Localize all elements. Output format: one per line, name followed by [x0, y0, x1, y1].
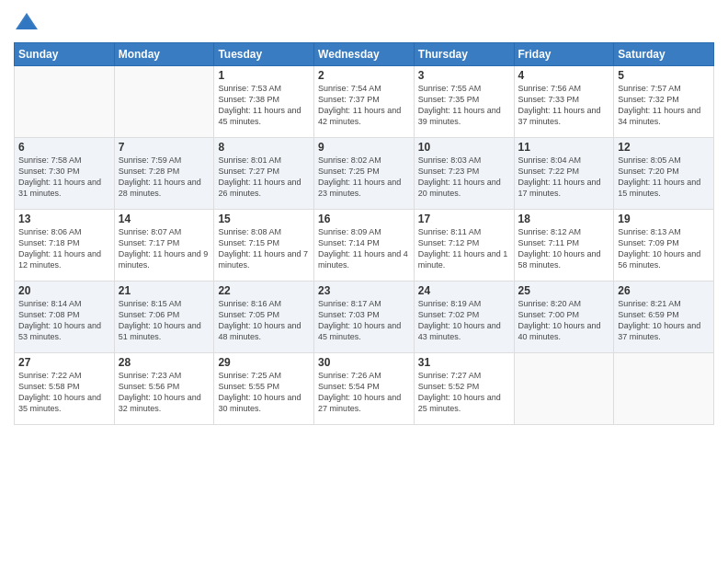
calendar-cell: 10Sunrise: 8:03 AM Sunset: 7:23 PM Dayli… — [414, 138, 514, 210]
calendar-cell: 14Sunrise: 8:07 AM Sunset: 7:17 PM Dayli… — [114, 210, 214, 282]
day-number: 17 — [418, 213, 510, 225]
calendar-cell — [514, 353, 614, 425]
day-info: Sunrise: 8:06 AM Sunset: 7:18 PM Dayligh… — [18, 226, 110, 271]
calendar-cell: 21Sunrise: 8:15 AM Sunset: 7:06 PM Dayli… — [114, 282, 214, 353]
header — [14, 9, 714, 35]
calendar-cell: 11Sunrise: 8:04 AM Sunset: 7:22 PM Dayli… — [514, 138, 614, 210]
day-info: Sunrise: 8:11 AM Sunset: 7:12 PM Dayligh… — [418, 226, 510, 271]
day-number: 28 — [119, 356, 210, 369]
weekday-monday: Monday — [114, 43, 214, 66]
day-number: 12 — [618, 141, 710, 154]
weekday-header-row: SundayMondayTuesdayWednesdayThursdayFrid… — [15, 43, 714, 66]
day-info: Sunrise: 8:21 AM Sunset: 6:59 PM Dayligh… — [618, 298, 710, 343]
day-info: Sunrise: 8:01 AM Sunset: 7:27 PM Dayligh… — [218, 155, 310, 200]
calendar-cell: 29Sunrise: 7:25 AM Sunset: 5:55 PM Dayli… — [214, 353, 314, 425]
day-number: 21 — [119, 284, 210, 297]
calendar-cell: 5Sunrise: 7:57 AM Sunset: 7:32 PM Daylig… — [614, 66, 714, 138]
weekday-saturday: Saturday — [614, 43, 714, 66]
week-row-1: 1Sunrise: 7:53 AM Sunset: 7:38 PM Daylig… — [15, 66, 714, 138]
day-info: Sunrise: 7:57 AM Sunset: 7:32 PM Dayligh… — [618, 83, 710, 128]
day-info: Sunrise: 8:05 AM Sunset: 7:20 PM Dayligh… — [618, 155, 710, 200]
day-number: 31 — [418, 356, 510, 369]
day-info: Sunrise: 8:19 AM Sunset: 7:02 PM Dayligh… — [418, 298, 510, 343]
day-number: 26 — [618, 284, 710, 297]
day-number: 24 — [418, 284, 510, 297]
day-number: 13 — [18, 213, 110, 225]
day-number: 2 — [318, 69, 410, 82]
week-row-5: 27Sunrise: 7:22 AM Sunset: 5:58 PM Dayli… — [15, 353, 714, 425]
weekday-friday: Friday — [514, 43, 614, 66]
week-row-4: 20Sunrise: 8:14 AM Sunset: 7:08 PM Dayli… — [15, 282, 714, 353]
day-info: Sunrise: 8:02 AM Sunset: 7:25 PM Dayligh… — [318, 155, 410, 200]
day-number: 9 — [318, 141, 410, 154]
calendar-cell: 20Sunrise: 8:14 AM Sunset: 7:08 PM Dayli… — [15, 282, 115, 353]
day-number: 16 — [318, 213, 410, 225]
day-number: 19 — [618, 213, 710, 225]
day-number: 11 — [518, 141, 610, 154]
calendar-cell — [114, 66, 214, 138]
day-number: 3 — [418, 69, 510, 82]
day-info: Sunrise: 8:15 AM Sunset: 7:06 PM Dayligh… — [119, 298, 210, 343]
calendar-cell: 1Sunrise: 7:53 AM Sunset: 7:38 PM Daylig… — [214, 66, 314, 138]
calendar-cell: 4Sunrise: 7:56 AM Sunset: 7:33 PM Daylig… — [514, 66, 614, 138]
day-info: Sunrise: 7:55 AM Sunset: 7:35 PM Dayligh… — [418, 83, 510, 128]
day-info: Sunrise: 7:56 AM Sunset: 7:33 PM Dayligh… — [518, 83, 610, 128]
day-info: Sunrise: 7:26 AM Sunset: 5:54 PM Dayligh… — [318, 370, 410, 415]
day-info: Sunrise: 7:53 AM Sunset: 7:38 PM Dayligh… — [218, 83, 310, 128]
calendar-cell: 7Sunrise: 7:59 AM Sunset: 7:28 PM Daylig… — [114, 138, 214, 210]
day-number: 6 — [18, 141, 110, 154]
calendar-cell: 16Sunrise: 8:09 AM Sunset: 7:14 PM Dayli… — [314, 210, 415, 282]
day-info: Sunrise: 8:04 AM Sunset: 7:22 PM Dayligh… — [518, 155, 610, 200]
day-number: 18 — [518, 213, 610, 225]
day-info: Sunrise: 8:13 AM Sunset: 7:09 PM Dayligh… — [618, 226, 710, 271]
calendar-cell: 3Sunrise: 7:55 AM Sunset: 7:35 PM Daylig… — [414, 66, 514, 138]
weekday-wednesday: Wednesday — [314, 43, 415, 66]
day-info: Sunrise: 8:08 AM Sunset: 7:15 PM Dayligh… — [218, 226, 310, 271]
calendar-cell: 17Sunrise: 8:11 AM Sunset: 7:12 PM Dayli… — [414, 210, 514, 282]
day-number: 5 — [618, 69, 710, 82]
logo — [14, 9, 43, 35]
day-number: 20 — [18, 284, 110, 297]
day-number: 4 — [518, 69, 610, 82]
calendar-table: SundayMondayTuesdayWednesdayThursdayFrid… — [14, 42, 714, 425]
day-info: Sunrise: 8:17 AM Sunset: 7:03 PM Dayligh… — [318, 298, 410, 343]
weekday-tuesday: Tuesday — [214, 43, 314, 66]
calendar-cell: 31Sunrise: 7:27 AM Sunset: 5:52 PM Dayli… — [414, 353, 514, 425]
calendar-cell: 24Sunrise: 8:19 AM Sunset: 7:02 PM Dayli… — [414, 282, 514, 353]
day-info: Sunrise: 8:12 AM Sunset: 7:11 PM Dayligh… — [518, 226, 610, 271]
day-info: Sunrise: 8:07 AM Sunset: 7:17 PM Dayligh… — [119, 226, 210, 271]
day-info: Sunrise: 8:14 AM Sunset: 7:08 PM Dayligh… — [18, 298, 110, 343]
day-info: Sunrise: 7:58 AM Sunset: 7:30 PM Dayligh… — [18, 155, 110, 200]
day-info: Sunrise: 7:27 AM Sunset: 5:52 PM Dayligh… — [418, 370, 510, 415]
day-number: 8 — [218, 141, 310, 154]
calendar-cell: 30Sunrise: 7:26 AM Sunset: 5:54 PM Dayli… — [314, 353, 415, 425]
day-number: 25 — [518, 284, 610, 297]
calendar-cell: 6Sunrise: 7:58 AM Sunset: 7:30 PM Daylig… — [15, 138, 115, 210]
weekday-sunday: Sunday — [15, 43, 115, 66]
calendar-cell: 12Sunrise: 8:05 AM Sunset: 7:20 PM Dayli… — [614, 138, 714, 210]
day-number: 30 — [318, 356, 410, 369]
calendar-cell: 28Sunrise: 7:23 AM Sunset: 5:56 PM Dayli… — [114, 353, 214, 425]
day-info: Sunrise: 7:59 AM Sunset: 7:28 PM Dayligh… — [119, 155, 210, 200]
calendar-cell — [614, 353, 714, 425]
day-number: 7 — [119, 141, 210, 154]
day-info: Sunrise: 8:20 AM Sunset: 7:00 PM Dayligh… — [518, 298, 610, 343]
day-info: Sunrise: 7:22 AM Sunset: 5:58 PM Dayligh… — [18, 370, 110, 415]
calendar-cell: 23Sunrise: 8:17 AM Sunset: 7:03 PM Dayli… — [314, 282, 415, 353]
calendar-cell: 8Sunrise: 8:01 AM Sunset: 7:27 PM Daylig… — [214, 138, 314, 210]
day-number: 10 — [418, 141, 510, 154]
day-info: Sunrise: 7:54 AM Sunset: 7:37 PM Dayligh… — [318, 83, 410, 128]
day-number: 29 — [218, 356, 310, 369]
day-number: 27 — [18, 356, 110, 369]
day-number: 1 — [218, 69, 310, 82]
calendar-cell: 25Sunrise: 8:20 AM Sunset: 7:00 PM Dayli… — [514, 282, 614, 353]
calendar-cell: 19Sunrise: 8:13 AM Sunset: 7:09 PM Dayli… — [614, 210, 714, 282]
day-number: 23 — [318, 284, 410, 297]
day-info: Sunrise: 8:16 AM Sunset: 7:05 PM Dayligh… — [218, 298, 310, 343]
day-info: Sunrise: 8:03 AM Sunset: 7:23 PM Dayligh… — [418, 155, 510, 200]
day-info: Sunrise: 7:23 AM Sunset: 5:56 PM Dayligh… — [119, 370, 210, 415]
week-row-3: 13Sunrise: 8:06 AM Sunset: 7:18 PM Dayli… — [15, 210, 714, 282]
calendar-cell: 18Sunrise: 8:12 AM Sunset: 7:11 PM Dayli… — [514, 210, 614, 282]
day-number: 15 — [218, 213, 310, 225]
week-row-2: 6Sunrise: 7:58 AM Sunset: 7:30 PM Daylig… — [15, 138, 714, 210]
